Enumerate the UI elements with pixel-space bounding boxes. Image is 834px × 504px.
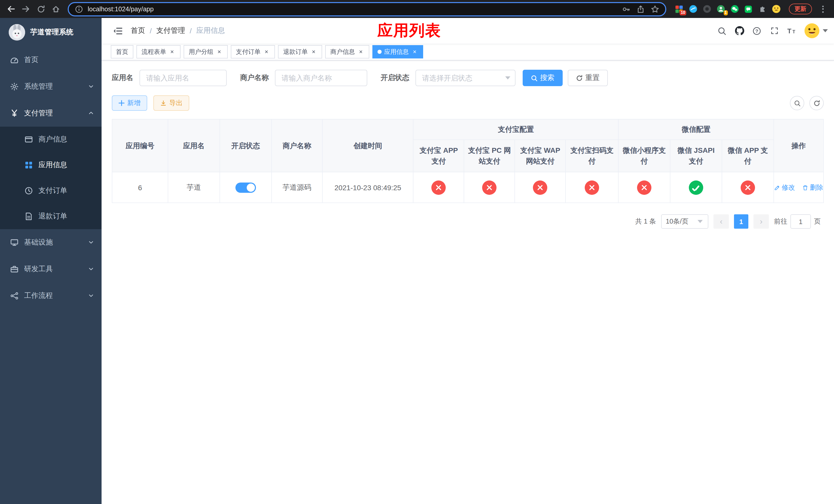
help-icon[interactable]: ? bbox=[749, 21, 765, 41]
sidebar-item-label: 退款订单 bbox=[39, 212, 67, 221]
col-alipay-qr: 支付宝扫码支付 bbox=[566, 140, 618, 172]
goto-unit: 页 bbox=[814, 217, 821, 226]
col-group-alipay: 支付宝配置 bbox=[413, 119, 618, 140]
export-button-label: 导出 bbox=[169, 98, 182, 108]
add-button[interactable]: 新增 bbox=[112, 95, 147, 111]
sidebar-item-devtools[interactable]: 研发工具 bbox=[0, 256, 102, 282]
github-icon[interactable] bbox=[731, 21, 747, 41]
tab-close-icon[interactable]: × bbox=[216, 48, 223, 55]
extension-chat-icon[interactable] bbox=[744, 4, 753, 14]
bookmark-star-icon[interactable] bbox=[651, 5, 659, 13]
toggle-search-button[interactable] bbox=[790, 96, 804, 110]
browser-menu-icon[interactable] bbox=[816, 2, 830, 16]
password-key-icon[interactable] bbox=[622, 5, 630, 13]
tab-pay-order[interactable]: 支付订单 × bbox=[231, 45, 275, 59]
edit-link[interactable]: 修改 bbox=[774, 183, 795, 192]
browser-profile-avatar[interactable] bbox=[771, 4, 781, 14]
merchant-name-input[interactable] bbox=[275, 70, 367, 86]
tab-close-icon[interactable]: × bbox=[263, 48, 270, 55]
extension-wechat-icon[interactable] bbox=[730, 4, 739, 14]
clock-circle-icon bbox=[25, 187, 33, 195]
tab-close-icon[interactable]: × bbox=[310, 48, 317, 55]
sidebar-collapse-icon[interactable] bbox=[109, 23, 127, 38]
top-navbar: 首页 / 支付管理 / 应用信息 应用列表 ? bbox=[102, 18, 834, 44]
url-text[interactable]: localhost:1024/pay/app bbox=[88, 5, 618, 13]
chevron-down-icon bbox=[88, 265, 94, 273]
app-table: 应用编号 应用名 开启状态 商户名称 创建时间 支付宝配置 微信配置 操作 支付… bbox=[112, 119, 824, 203]
wechat-jsapi-status-icon bbox=[689, 180, 703, 194]
browser-home-icon[interactable] bbox=[49, 2, 63, 16]
next-page-button[interactable]: › bbox=[753, 214, 769, 229]
sidebar-item-label: 支付管理 bbox=[24, 109, 53, 118]
sidebar-item-label: 首页 bbox=[24, 55, 39, 65]
user-avatar-menu[interactable] bbox=[804, 23, 828, 39]
toolbox-icon bbox=[10, 265, 19, 273]
extensions-puzzle-icon[interactable] bbox=[758, 4, 767, 14]
sidebar-item-payment[interactable]: 支付管理 bbox=[0, 100, 102, 127]
col-wechat-jsapi: 微信 JSAPI 支付 bbox=[670, 140, 722, 172]
sidebar-item-refund-order[interactable]: 退款订单 bbox=[0, 204, 102, 229]
sidebar-item-pay-order[interactable]: 支付订单 bbox=[0, 178, 102, 204]
extension-colorful-icon[interactable]: 10 bbox=[675, 4, 684, 14]
cell-status bbox=[220, 172, 271, 203]
fullscreen-icon[interactable] bbox=[766, 21, 782, 41]
workflow-icon bbox=[10, 292, 19, 300]
tab-close-icon[interactable]: × bbox=[411, 48, 418, 55]
tab-process-form[interactable]: 流程表单 × bbox=[136, 45, 180, 59]
sidebar-item-system[interactable]: 系统管理 bbox=[0, 73, 102, 100]
breadcrumb-home[interactable]: 首页 bbox=[131, 26, 145, 36]
page-size-select[interactable]: 10条/页 bbox=[661, 214, 708, 229]
site-info-icon[interactable] bbox=[75, 5, 83, 13]
extension-dark-icon[interactable] bbox=[702, 4, 711, 14]
address-bar[interactable]: localhost:1024/pay/app bbox=[68, 2, 666, 16]
col-status: 开启状态 bbox=[220, 119, 271, 172]
browser-reload-icon[interactable] bbox=[34, 2, 48, 16]
tab-refund-order[interactable]: 退款订单 × bbox=[278, 45, 322, 59]
reset-button[interactable]: 重置 bbox=[568, 70, 608, 86]
tab-label: 流程表单 bbox=[141, 47, 166, 56]
status-toggle[interactable] bbox=[236, 182, 256, 192]
tab-close-icon[interactable]: × bbox=[169, 48, 175, 55]
prev-page-button[interactable]: ‹ bbox=[714, 214, 729, 229]
sidebar-item-app-info[interactable]: 应用信息 bbox=[0, 152, 102, 178]
browser-forward-icon[interactable] bbox=[19, 2, 33, 16]
extension-blue-icon[interactable] bbox=[688, 4, 698, 14]
chevron-down-icon bbox=[88, 238, 94, 247]
search-icon[interactable] bbox=[714, 21, 730, 41]
sidebar-item-infrastructure[interactable]: 基础设施 bbox=[0, 229, 102, 256]
sidebar-item-label: 研发工具 bbox=[24, 265, 53, 274]
page-number-1[interactable]: 1 bbox=[734, 214, 748, 229]
select-caret-icon bbox=[698, 220, 703, 223]
sidebar-item-home[interactable]: 首页 bbox=[0, 47, 102, 73]
refresh-button[interactable] bbox=[809, 96, 824, 110]
breadcrumb-payment[interactable]: 支付管理 bbox=[156, 26, 185, 36]
tab-merchant-info[interactable]: 商户信息 × bbox=[325, 45, 369, 59]
extension-avatar-icon[interactable]: 1 bbox=[716, 4, 725, 14]
tab-home[interactable]: 首页 bbox=[111, 45, 133, 59]
active-tab-dot bbox=[377, 50, 381, 54]
col-alipay-wap: 支付宝 WAP 网站支付 bbox=[515, 140, 566, 172]
page-annotation-title: 应用列表 bbox=[377, 20, 441, 41]
gear-icon bbox=[10, 83, 19, 91]
tab-user-group[interactable]: 用户分组 × bbox=[184, 45, 228, 59]
col-wechat-app: 微信 APP 支付 bbox=[722, 140, 774, 172]
sidebar-item-workflow[interactable]: 工作流程 bbox=[0, 282, 102, 309]
browser-update-button[interactable]: 更新 bbox=[789, 4, 812, 14]
browser-back-icon[interactable] bbox=[4, 2, 18, 16]
goto-page-input[interactable] bbox=[790, 214, 811, 229]
font-size-icon[interactable]: TT bbox=[784, 21, 799, 41]
tab-close-icon[interactable]: × bbox=[357, 48, 364, 55]
export-button[interactable]: 导出 bbox=[153, 95, 189, 111]
share-icon[interactable] bbox=[637, 5, 645, 13]
status-select[interactable] bbox=[415, 70, 515, 86]
search-button[interactable]: 搜索 bbox=[523, 70, 563, 86]
page-size-value: 10条/页 bbox=[666, 217, 688, 226]
tab-app-info[interactable]: 应用信息 × bbox=[372, 45, 423, 59]
svg-text:?: ? bbox=[755, 28, 758, 33]
sidebar-item-label: 系统管理 bbox=[24, 82, 53, 91]
table-toolbar: 新增 导出 bbox=[112, 95, 824, 111]
app-logo[interactable]: 芋道管理系统 bbox=[0, 18, 102, 47]
sidebar-item-merchant-info[interactable]: 商户信息 bbox=[0, 127, 102, 152]
delete-link[interactable]: 删除 bbox=[802, 183, 823, 192]
app-name-input[interactable] bbox=[139, 70, 227, 86]
